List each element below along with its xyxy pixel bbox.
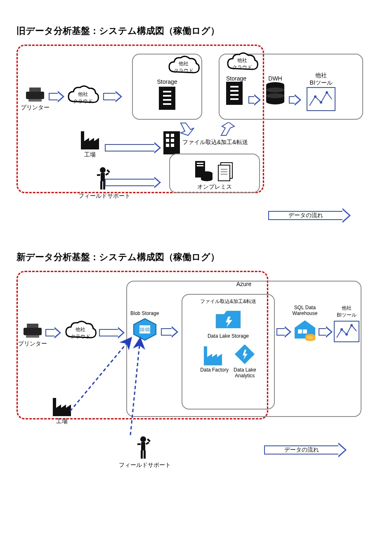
storage-label-1: Storage (136, 78, 198, 85)
dashed-arrow-2 (124, 333, 165, 440)
arrow (105, 142, 161, 154)
svg-rect-62 (334, 321, 359, 342)
svg-text:10 01: 10 01 (139, 327, 150, 332)
old-system-diagram: 旧データ分析基盤：システム構成図（稼働ログ） プリンター 他社 クラウド (17, 25, 375, 226)
svg-rect-57 (303, 329, 307, 334)
flow-legend-new: データの流れ (264, 443, 347, 457)
blob-label: Blob Storage (130, 310, 159, 316)
bi-node: 他社 BIツール (333, 305, 360, 343)
svg-rect-43 (218, 165, 230, 181)
printer-node-new: プリンター (18, 322, 47, 348)
svg-point-21 (326, 91, 328, 94)
svg-rect-66 (24, 328, 42, 335)
diamond-bolt-icon (234, 345, 256, 365)
svg-point-23 (100, 167, 106, 173)
process-label-new: ファイル取込&加工&転送 (186, 298, 271, 305)
support-label-new: フィールドサポート (119, 462, 171, 469)
arrow-down (178, 122, 195, 136)
svg-rect-72 (137, 443, 141, 445)
svg-rect-18 (307, 88, 335, 111)
svg-point-17 (266, 93, 284, 98)
database-icon (265, 82, 286, 105)
cloud-icon: 他社 クラウド (225, 52, 259, 73)
documents-icon (217, 160, 236, 182)
bi-label-new: 他社 BIツール (337, 305, 356, 319)
svg-rect-38 (197, 165, 203, 166)
svg-rect-3 (159, 87, 175, 110)
svg-rect-22 (81, 131, 84, 149)
factory-blue-icon (202, 345, 227, 365)
printer-label: プリンター (21, 104, 50, 111)
svg-point-19 (314, 95, 316, 98)
cloud-label-1: 他社 クラウド (66, 91, 100, 105)
svg-rect-12 (230, 98, 239, 100)
svg-rect-33 (171, 139, 174, 142)
process-box: ファイル取込&加工&転送 Data Lake Storage Data Fact… (182, 294, 275, 410)
flow-label: データの流れ (288, 212, 323, 219)
svg-line-76 (70, 337, 132, 411)
arrow (248, 94, 261, 106)
storage-group-1: 他社 クラウド Storage (132, 54, 202, 120)
flow-legend: データの流れ (268, 208, 351, 223)
storage-group-2: 他社 クラウド Storage DWH 他社 BIツール (219, 54, 363, 120)
svg-marker-48 (221, 122, 234, 135)
svg-rect-0 (26, 92, 44, 99)
svg-point-15 (266, 99, 284, 104)
svg-rect-71 (141, 442, 145, 450)
svg-point-41 (201, 177, 213, 181)
printer-icon (21, 322, 44, 339)
azure-label: Azure (127, 281, 361, 287)
printer-label-new: プリンター (18, 340, 47, 348)
svg-rect-24 (101, 173, 105, 181)
svg-rect-6 (163, 99, 171, 101)
svg-rect-32 (166, 139, 169, 142)
svg-rect-9 (230, 86, 239, 88)
factory-label: 工場 (84, 151, 96, 159)
svg-rect-5 (163, 95, 171, 97)
arrow (289, 94, 301, 106)
cloud-icon: 他社 クラウド (66, 85, 100, 107)
svg-rect-2 (28, 99, 42, 102)
arrow (49, 91, 64, 102)
warehouse-sql-icon: SQL (292, 318, 318, 341)
svg-point-20 (320, 101, 322, 104)
svg-marker-47 (181, 123, 194, 135)
svg-rect-26 (105, 173, 109, 175)
svg-point-63 (340, 328, 343, 331)
svg-rect-75 (144, 450, 146, 459)
server-db-icon (194, 160, 213, 182)
svg-rect-34 (166, 144, 169, 147)
chart-icon (333, 320, 360, 343)
storage-icon (159, 87, 175, 110)
svg-point-64 (345, 333, 348, 336)
factory-icon (79, 131, 101, 149)
sqldw-label: SQL Data Warehouse (293, 305, 318, 316)
cloud-label-2: 他社 クラウド (167, 60, 201, 74)
building-node (163, 131, 180, 154)
svg-rect-8 (226, 82, 243, 105)
building-icon (163, 131, 180, 154)
svg-rect-35 (171, 144, 174, 147)
svg-rect-56 (298, 329, 302, 334)
svg-rect-25 (97, 174, 100, 176)
new-system-diagram: 新データ分析基盤：システム構成図（稼働ログ） Azure Blob Storag… (17, 251, 375, 494)
arrow (319, 326, 333, 338)
svg-rect-30 (166, 134, 169, 137)
flow-label-new: データの流れ (284, 446, 319, 454)
cloud-label-3: 他社 クラウド (225, 57, 259, 71)
arrow (45, 327, 61, 339)
chart-icon (306, 87, 336, 111)
printer-icon (24, 86, 47, 102)
svg-rect-1 (29, 88, 41, 92)
svg-rect-7 (163, 103, 171, 105)
sqldw-node: SQL Data Warehouse SQL (292, 305, 318, 341)
svg-point-16 (266, 88, 284, 92)
svg-rect-74 (141, 450, 143, 459)
dwh-label: DWH (265, 75, 286, 82)
svg-rect-37 (197, 163, 203, 164)
cloud-icon: 他社 クラウド (167, 55, 201, 76)
support-node-new: フィールドサポート (119, 436, 171, 469)
svg-text:SQL: SQL (307, 336, 314, 339)
svg-rect-67 (27, 324, 38, 328)
svg-rect-73 (146, 442, 149, 445)
